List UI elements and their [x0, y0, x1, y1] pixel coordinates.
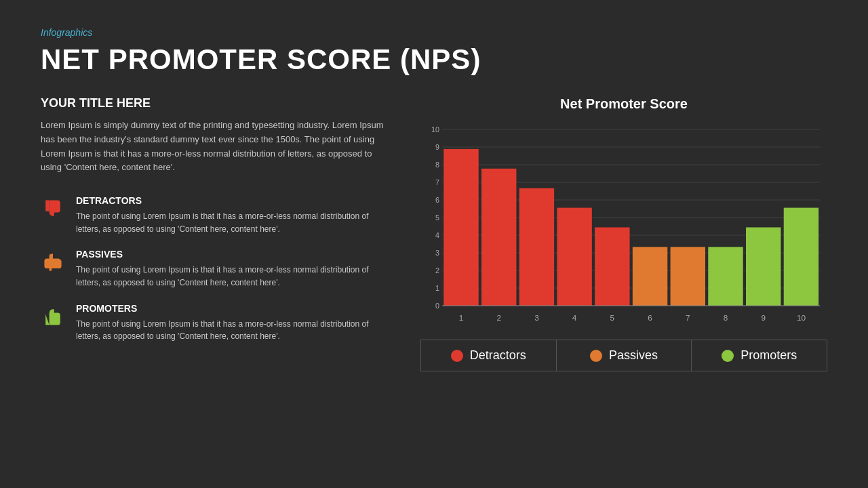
promoters-desc: The point of using Lorem Ipsum is that i… — [76, 318, 393, 343]
detractors-content: DETRACTORSThe point of using Lorem Ipsum… — [76, 195, 393, 235]
legend-label-passives: Passives — [609, 348, 658, 363]
svg-text:3: 3 — [534, 314, 539, 322]
categories-container: DETRACTORSThe point of using Lorem Ipsum… — [41, 195, 393, 343]
infographics-tag: Infographics — [41, 27, 827, 38]
passives-content: PASSIVESThe point of using Lorem Ipsum i… — [76, 249, 393, 289]
detractors-icon — [41, 197, 65, 221]
legend-item-passives: Passives — [557, 340, 692, 371]
legend-dot-promoters — [722, 350, 734, 362]
svg-text:1: 1 — [435, 285, 439, 292]
legend-dot-detractors — [451, 350, 463, 362]
section-body: Lorem Ipsum is simply dummy text of the … — [41, 119, 393, 175]
svg-text:0: 0 — [435, 302, 439, 310]
legend-dot-passives — [590, 350, 602, 362]
promoters-content: PROMOTERSThe point of using Lorem Ipsum … — [76, 303, 393, 343]
svg-text:2: 2 — [496, 314, 501, 322]
passives-desc: The point of using Lorem Ipsum is that i… — [76, 264, 393, 289]
slide: Infographics NET PROMOTER SCORE (NPS) YO… — [0, 0, 868, 488]
svg-text:2: 2 — [435, 267, 439, 274]
bar-chart-svg: 01234567891012345678910 — [420, 123, 827, 326]
svg-text:10: 10 — [431, 126, 439, 134]
category-detractors: DETRACTORSThe point of using Lorem Ipsum… — [41, 195, 393, 235]
svg-text:9: 9 — [761, 314, 766, 322]
svg-text:4: 4 — [572, 314, 577, 322]
svg-text:5: 5 — [435, 214, 439, 222]
svg-rect-39 — [746, 227, 781, 306]
legend-item-promoters: Promoters — [692, 340, 827, 371]
detractors-desc: The point of using Lorem Ipsum is that i… — [76, 210, 393, 235]
svg-text:5: 5 — [610, 314, 615, 322]
promoters-icon — [41, 304, 65, 329]
detractors-title: DETRACTORS — [76, 195, 393, 206]
svg-rect-33 — [633, 247, 667, 306]
svg-rect-0 — [50, 266, 52, 271]
svg-text:7: 7 — [686, 314, 690, 322]
legend-label-promoters: Promoters — [741, 348, 797, 363]
svg-text:8: 8 — [724, 314, 728, 322]
legend-label-detractors: Detractors — [470, 348, 526, 363]
legend: DetractorsPassivesPromoters — [420, 340, 827, 371]
svg-rect-35 — [671, 247, 705, 306]
passives-title: PASSIVES — [76, 249, 393, 260]
svg-text:10: 10 — [797, 314, 806, 322]
legend-item-detractors: Detractors — [421, 340, 557, 371]
svg-rect-27 — [519, 188, 554, 306]
chart-container: 01234567891012345678910 — [420, 123, 827, 326]
svg-text:6: 6 — [648, 314, 652, 322]
svg-rect-37 — [708, 247, 743, 306]
main-title: NET PROMOTER SCORE (NPS) — [41, 43, 827, 76]
svg-rect-23 — [443, 149, 478, 306]
svg-rect-25 — [481, 169, 516, 306]
svg-text:1: 1 — [459, 314, 464, 322]
svg-text:7: 7 — [435, 179, 439, 186]
category-passives: PASSIVESThe point of using Lorem Ipsum i… — [41, 249, 393, 289]
category-promoters: PROMOTERSThe point of using Lorem Ipsum … — [41, 303, 393, 343]
svg-rect-29 — [557, 208, 591, 306]
right-panel: Net Promoter Score 012345678910123456789… — [420, 96, 827, 371]
passives-icon — [41, 250, 65, 274]
left-panel: YOUR TITLE HERE Lorem Ipsum is simply du… — [41, 96, 393, 371]
svg-text:4: 4 — [435, 232, 439, 239]
svg-text:3: 3 — [435, 249, 439, 257]
svg-text:8: 8 — [435, 161, 439, 169]
section-title: YOUR TITLE HERE — [41, 96, 393, 110]
svg-text:6: 6 — [435, 197, 439, 204]
promoters-title: PROMOTERS — [76, 303, 393, 314]
svg-text:9: 9 — [435, 144, 439, 151]
svg-rect-41 — [784, 208, 818, 306]
content-area: YOUR TITLE HERE Lorem Ipsum is simply du… — [41, 96, 827, 371]
chart-title: Net Promoter Score — [420, 96, 827, 112]
svg-rect-31 — [595, 227, 629, 306]
